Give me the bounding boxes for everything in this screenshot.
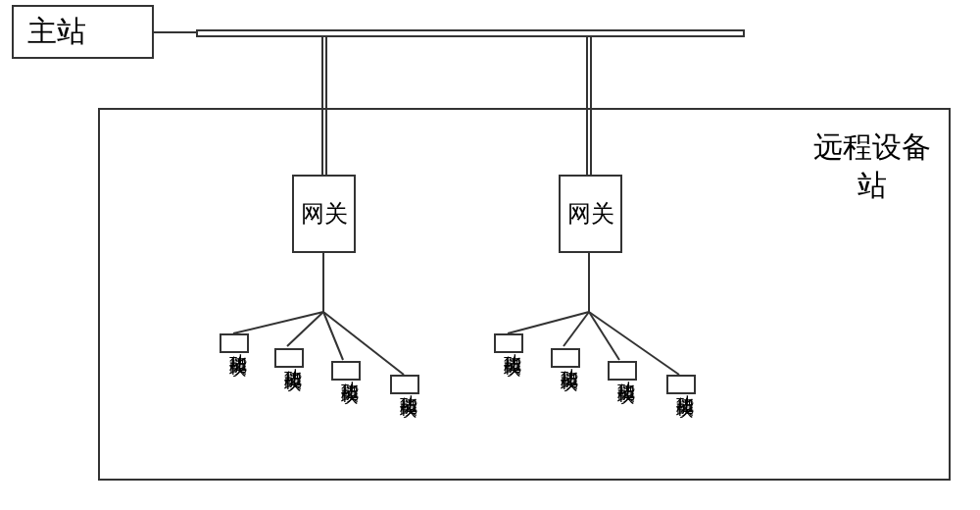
line-gateway2-down — [588, 253, 590, 312]
remote-station-label: 远程设备站 — [813, 128, 931, 204]
function-module-box: 功能模块 — [220, 333, 249, 353]
function-module-label: 功能模块 — [340, 367, 360, 375]
main-station-box: 主站 — [12, 5, 154, 59]
function-module-label: 功能模块 — [503, 339, 522, 347]
function-module-box: 功能模块 — [274, 348, 304, 368]
gateway-1-box: 网关 — [292, 175, 356, 253]
main-station-label: 主站 — [27, 12, 86, 52]
bus-bar — [196, 29, 745, 37]
function-module-box: 功能模块 — [390, 375, 419, 394]
function-module-box: 功能模块 — [666, 375, 696, 394]
gateway-1-label: 网关 — [301, 198, 348, 230]
function-module-label: 功能模块 — [616, 367, 636, 375]
line-gateway1-down — [322, 253, 324, 312]
function-module-box: 功能模块 — [608, 361, 637, 381]
function-module-label: 功能模块 — [228, 339, 248, 347]
function-module-label: 功能模块 — [283, 354, 303, 362]
connector-main-to-bus — [154, 31, 196, 33]
function-module-label: 功能模块 — [560, 354, 579, 362]
function-module-box: 功能模块 — [494, 333, 523, 353]
gateway-2-box: 网关 — [559, 175, 622, 253]
function-module-box: 功能模块 — [551, 348, 580, 368]
function-module-label: 功能模块 — [675, 381, 695, 388]
gateway-2-label: 网关 — [567, 198, 614, 230]
function-module-box: 功能模块 — [331, 361, 361, 381]
function-module-label: 功能模块 — [399, 381, 418, 388]
